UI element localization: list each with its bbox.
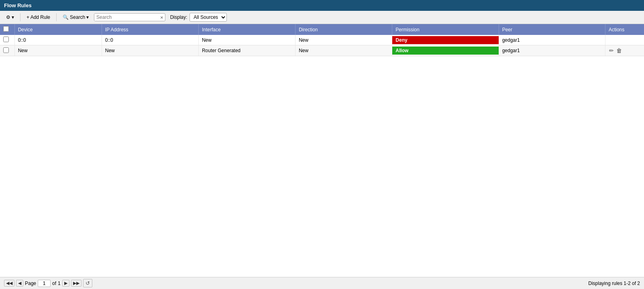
displaying-text: Displaying rules 1-2 of 2	[588, 281, 640, 286]
title-bar: Flow Rules	[0, 0, 644, 11]
prev-page-button[interactable]: ◀	[16, 280, 23, 287]
header-row: Device IP Address Interface Direction Pe…	[0, 24, 644, 35]
refresh-button[interactable]: ↺	[83, 279, 92, 287]
col-header-interface[interactable]: Interface	[198, 24, 295, 35]
row-1-permission-badge: Deny	[392, 36, 498, 44]
row-2-direction: New	[296, 45, 392, 56]
col-header-ip[interactable]: IP Address	[102, 24, 198, 35]
toolbar: ⚙ ▾ + Add Rule 🔍 Search ▾ × Display: All…	[0, 11, 644, 24]
page-number-input[interactable]	[38, 280, 51, 287]
settings-icon: ⚙	[6, 14, 10, 20]
row-1-device: 0::0	[14, 35, 102, 45]
delete-icon: 🗑	[616, 47, 622, 54]
flow-rules-table: Device IP Address Interface Direction Pe…	[0, 24, 644, 56]
table-row: New New Router Generated New Allow gedga…	[0, 45, 644, 56]
row-1-permission: Deny	[392, 35, 499, 45]
add-rule-button[interactable]: + Add Rule	[24, 13, 53, 21]
add-rule-label: + Add Rule	[26, 14, 50, 20]
row-1-interface: New	[198, 35, 295, 45]
row-2-permission: Allow	[392, 45, 499, 56]
next-page-button[interactable]: ▶	[62, 280, 69, 287]
first-page-button[interactable]: ◀◀	[4, 280, 14, 287]
col-header-actions[interactable]: Actions	[605, 24, 644, 35]
search-container: ×	[94, 13, 165, 21]
page-label: Page	[25, 281, 36, 286]
toolbar-separator	[20, 13, 20, 21]
footer: ◀◀ ◀ Page of 1 ▶ ▶▶ ↺ Displaying rules 1…	[0, 277, 644, 289]
delete-button[interactable]: 🗑	[616, 47, 622, 54]
toolbar-separator-2	[56, 13, 57, 21]
search-dropdown-label: Search	[70, 14, 85, 20]
settings-dropdown-arrow: ▾	[12, 14, 14, 20]
row-2-device: New	[14, 45, 102, 56]
search-clear-button[interactable]: ×	[159, 14, 165, 20]
page-title: Flow Rules	[4, 2, 32, 8]
table-row: 0::0 0::0 New New Deny gedgar1	[0, 35, 644, 45]
of-label: of	[52, 281, 56, 286]
table-body: 0::0 0::0 New New Deny gedgar1 New New R…	[0, 35, 644, 56]
row-1-checkbox[interactable]	[3, 37, 9, 42]
row-2-checkbox-cell	[0, 45, 14, 56]
row-1-ip: 0::0	[102, 35, 198, 45]
display-label: Display:	[170, 14, 187, 20]
last-page-button[interactable]: ▶▶	[71, 280, 82, 287]
col-header-peer[interactable]: Peer	[499, 24, 605, 35]
row-2-peer: gedgar1	[499, 45, 605, 56]
search-dropdown-arrow: ▾	[86, 14, 89, 20]
actions-cell: ✏ 🗑	[609, 47, 641, 54]
row-1-actions	[605, 35, 644, 45]
search-input[interactable]	[94, 14, 159, 21]
row-1-direction: New	[296, 35, 392, 45]
row-2-checkbox[interactable]	[3, 47, 9, 53]
row-2-interface: Router Generated	[198, 45, 295, 56]
row-2-permission-badge: Allow	[392, 47, 498, 55]
col-header-direction[interactable]: Direction	[296, 24, 392, 35]
search-icon: 🔍	[63, 14, 69, 20]
row-1-peer: gedgar1	[499, 35, 605, 45]
total-pages: 1	[58, 281, 61, 286]
main-content: Device IP Address Interface Direction Pe…	[0, 24, 644, 277]
col-header-device[interactable]: Device	[14, 24, 102, 35]
edit-button[interactable]: ✏	[609, 47, 614, 54]
footer-pagination: ◀◀ ◀ Page of 1 ▶ ▶▶ ↺	[4, 279, 92, 287]
display-select[interactable]: All Sources	[190, 13, 227, 22]
row-checkbox-cell	[0, 35, 14, 45]
search-dropdown-button[interactable]: 🔍 Search ▾	[60, 13, 92, 21]
table-header: Device IP Address Interface Direction Pe…	[0, 24, 644, 35]
col-header-checkbox	[0, 24, 14, 35]
select-all-checkbox[interactable]	[3, 26, 9, 32]
settings-button[interactable]: ⚙ ▾	[3, 13, 17, 21]
row-2-actions: ✏ 🗑	[605, 45, 644, 56]
col-header-permission[interactable]: Permission	[392, 24, 499, 35]
row-2-ip: New	[102, 45, 198, 56]
edit-icon: ✏	[609, 47, 614, 54]
